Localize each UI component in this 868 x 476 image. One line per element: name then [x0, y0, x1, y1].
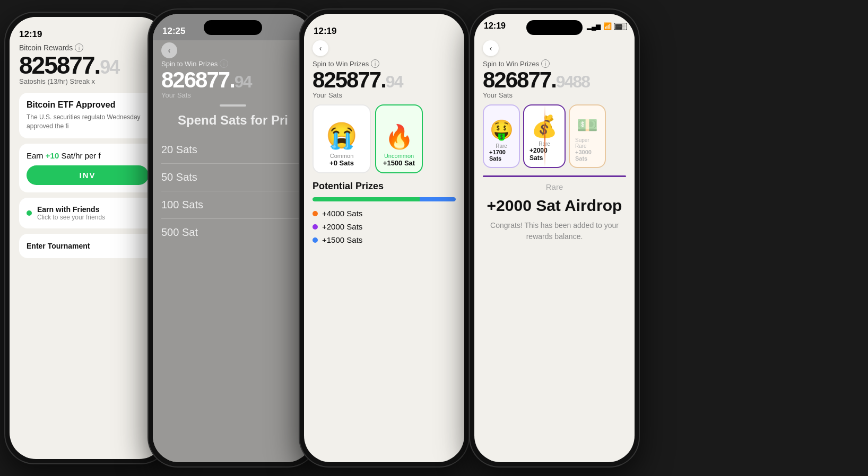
phone3-sub-label: Your Sats — [313, 91, 456, 99]
potential-title: Potential Prizes — [313, 181, 456, 192]
super-rare-label: Super Rare — [575, 137, 600, 149]
friends-title: Earn with Friends — [37, 205, 105, 214]
info-icon-4[interactable]: i — [541, 59, 550, 68]
prize-label-3: +1500 Sats — [322, 235, 362, 244]
signal-icon: ▂▄▆ — [587, 23, 601, 30]
phones-container: 12:19 Bitcoin Rewards i 825877.94 Satosh… — [0, 0, 868, 476]
progress-bar — [313, 197, 456, 201]
phone2-big-number-dim: 94 — [235, 72, 251, 91]
tournament-title: Enter Tournament — [27, 242, 90, 250]
friends-text: Earn with Friends Click to see your frie… — [37, 205, 105, 221]
friends-sub: Click to see your friends — [37, 214, 105, 221]
phone1-screen: 12:19 Bitcoin Rewards i 825877.94 Satosh… — [10, 17, 166, 459]
wifi-icon: 📶 — [603, 22, 612, 30]
result-desc: Congrats! This has been added to your re… — [483, 220, 626, 242]
card-uncommon[interactable]: 🔥 Uncommon +1500 Sat — [375, 104, 423, 173]
prize-dot-1 — [313, 211, 318, 216]
prize-label-2: +2000 Sats — [322, 222, 362, 231]
phone4-sub-label: Your Sats — [483, 91, 626, 99]
battery-icon: ▓▓░ — [614, 23, 628, 30]
super-rare-sats: +3000 Sats — [575, 149, 600, 162]
card-common[interactable]: 😭 Common +0 Sats — [313, 104, 371, 173]
phone3-screen: 12:19 ‹ Spin to Win Prizes i 825877.94 Y… — [304, 14, 464, 462]
purple-divider — [483, 175, 626, 177]
prize-dot-3 — [313, 237, 318, 243]
earn-label: Earn — [27, 151, 44, 160]
prize-cards-3: 😭 Common +0 Sats 🔥 Uncommon +1500 Sat — [313, 104, 456, 173]
phone2-island — [204, 20, 262, 35]
scroll-pill — [220, 104, 246, 107]
uncommon-emoji: 🔥 — [385, 123, 414, 151]
prize-label-1: +4000 Sats — [322, 209, 362, 218]
phone1-sub-label: Satoshis (13/hr) Streak x — [19, 77, 156, 85]
rare1-label: Rare — [496, 143, 507, 149]
phone4-island — [526, 20, 583, 35]
phone3-title: Spin to Win Prizes — [313, 60, 369, 68]
card-super-rare[interactable]: 💵 Super Rare +3000 Sats — [569, 104, 606, 168]
info-icon-3[interactable]: i — [371, 59, 379, 68]
earn-suffix: Sat/hr per f — [61, 151, 100, 160]
phone2-back[interactable]: ‹ — [161, 42, 177, 58]
phone2-screen: 12:25 ‹ Spin to Win Prizes i 826877.94 Y… — [153, 14, 313, 462]
prize-item-2: +2000 Sats — [313, 222, 456, 231]
common-label: Common — [330, 153, 354, 159]
prize-item-3: +1500 Sats — [313, 235, 456, 244]
etf-card-body: The U.S. securities regulato Wednesday a… — [27, 113, 149, 131]
friends-dot — [27, 210, 32, 216]
phone1-big-number-dim: 94 — [100, 56, 119, 78]
etf-card-title: Bitcoin ETF Approved — [27, 100, 149, 110]
common-emoji: 😭 — [326, 121, 358, 151]
super-rare-emoji: 💵 — [577, 115, 598, 135]
prize-cards-4: 🤑 Rare +1700 Sats 💰 Rare +2000 Sats 💵 — [483, 104, 626, 168]
phone3-back[interactable]: ‹ — [313, 40, 328, 56]
phone-3: 12:19 ‹ Spin to Win Prizes i 825877.94 Y… — [300, 10, 468, 466]
phone-1: 12:19 Bitcoin Rewards i 825877.94 Satosh… — [5, 13, 170, 463]
potential-section: Potential Prizes +4000 Sats +2000 Sats — [313, 181, 456, 244]
sats-option-3[interactable]: 100 Sats — [161, 191, 305, 219]
phone1-big-number: 825877. — [19, 51, 100, 79]
sats-option-2[interactable]: 50 Sats — [161, 164, 305, 191]
phone4-status-icons: ▂▄▆ 📶 ▓▓░ — [587, 22, 627, 30]
sats-option-4[interactable]: 500 Sat — [161, 219, 305, 246]
invite-button[interactable]: INV — [27, 165, 149, 185]
phone4-title: Spin to Win Prizes — [483, 60, 539, 68]
uncommon-label: Uncommon — [384, 153, 414, 159]
result-rarity: Rare — [483, 182, 626, 191]
card-rare-selected[interactable]: 💰 Rare +2000 Sats — [523, 104, 566, 168]
phone1-content: Bitcoin Rewards i 825877.94 Satoshis (13… — [10, 43, 166, 258]
phone4-time: 12:19 — [484, 21, 506, 31]
rare1-emoji: 🤑 — [490, 119, 514, 141]
result-amount: +2000 Sat Airdrop — [483, 197, 626, 215]
phone-2: 12:25 ‹ Spin to Win Prizes i 826877.94 Y… — [149, 10, 317, 466]
phone2-big-number: 826877. — [161, 67, 235, 92]
phone-4: 12:19 ▂▄▆ 📶 ▓▓░ ‹ Spin to Win Prizes i 8… — [470, 10, 639, 466]
info-icon-1[interactable]: i — [75, 43, 83, 52]
card-rare-1[interactable]: 🤑 Rare +1700 Sats — [483, 104, 520, 168]
sats-option-1[interactable]: 20 Sats — [161, 136, 305, 164]
earn-friends-row[interactable]: Earn with Friends Click to see your frie… — [19, 198, 156, 228]
phone4-screen: 12:19 ▂▄▆ 📶 ▓▓░ ‹ Spin to Win Prizes i 8… — [474, 14, 635, 462]
phone1-time: 12:19 — [19, 29, 42, 40]
phone2-title: Spin to Win Prizes — [161, 60, 218, 68]
earn-green: +10 — [46, 151, 59, 160]
etf-card: Bitcoin ETF Approved The U.S. securities… — [19, 93, 156, 138]
phone4-back[interactable]: ‹ — [483, 40, 499, 56]
phone3-time: 12:19 — [314, 26, 336, 37]
info-icon-2[interactable]: i — [220, 59, 228, 68]
phone3-big-number: 825877. — [313, 67, 386, 92]
phone2-sub-label: Your Sats — [161, 91, 305, 99]
uncommon-sats: +1500 Sat — [383, 159, 415, 167]
phone4-big-number: 826877. — [483, 67, 556, 92]
phone1-title: Bitcoin Rewards — [19, 43, 73, 52]
rare1-sats: +1700 Sats — [489, 149, 514, 162]
cut-line — [544, 105, 545, 167]
tournament-row[interactable]: Enter Tournament — [19, 234, 156, 258]
progress-bar-fill — [313, 197, 456, 201]
prize-item-1: +4000 Sats — [313, 209, 456, 218]
common-sats: +0 Sats — [329, 159, 354, 167]
phone2-time: 12:25 — [162, 26, 185, 37]
spend-title: Spend Sats for Pri — [161, 113, 305, 128]
prize-dot-2 — [313, 224, 318, 230]
earn-row: Earn +10 Sat/hr per f INV — [19, 144, 156, 192]
